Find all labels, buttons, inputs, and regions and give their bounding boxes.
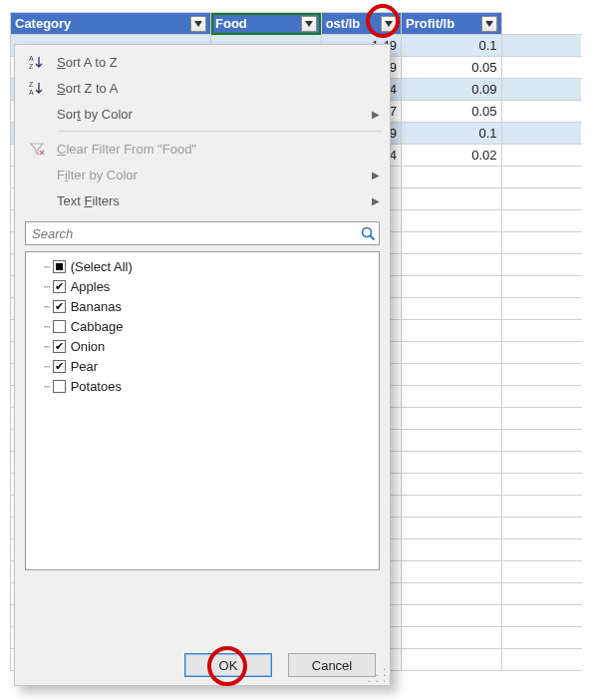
cell[interactable] [501, 452, 581, 474]
filter-dropdown-cost[interactable] [381, 16, 397, 32]
cell[interactable] [501, 254, 581, 276]
cell[interactable] [501, 57, 581, 79]
filter-item[interactable]: ⋯Bananas [30, 296, 375, 316]
col-header-food[interactable]: Food [211, 13, 322, 35]
menu-sort-by-color[interactable]: Sort by Color ▶ [15, 101, 390, 127]
cell[interactable] [501, 276, 581, 298]
cell[interactable] [501, 79, 581, 101]
cell[interactable] [402, 342, 502, 364]
menu-sort-za[interactable]: ZA Sort Z to A [15, 75, 390, 101]
cancel-button[interactable]: Cancel [288, 653, 376, 677]
cell[interactable] [501, 430, 581, 452]
cell[interactable] [501, 364, 581, 386]
checkbox[interactable] [53, 260, 66, 273]
cell[interactable] [501, 518, 581, 539]
cell[interactable] [402, 320, 502, 342]
checkbox[interactable] [53, 320, 66, 333]
filter-values-list[interactable]: ⋯(Select All)⋯Apples⋯Bananas⋯Cabbage⋯Oni… [25, 251, 380, 570]
filter-dropdown-category[interactable] [190, 16, 206, 32]
svg-marker-2 [385, 21, 393, 27]
cell[interactable] [402, 583, 502, 605]
cell[interactable] [402, 452, 502, 474]
cell[interactable] [402, 276, 502, 298]
cell[interactable] [402, 627, 502, 649]
filter-item[interactable]: ⋯Pear [30, 356, 375, 376]
cell[interactable] [501, 298, 581, 320]
cell[interactable]: 0.1 [402, 123, 502, 145]
caret-down-icon [485, 21, 493, 27]
cell[interactable] [402, 254, 502, 276]
cell[interactable] [501, 210, 581, 232]
cell[interactable] [501, 386, 581, 408]
col-header-category[interactable]: Category [11, 13, 211, 35]
cell[interactable] [501, 342, 581, 364]
svg-line-9 [370, 235, 374, 239]
menu-text-filters[interactable]: Text Filters ▶ [15, 187, 390, 213]
cell[interactable]: 0.09 [402, 79, 502, 101]
cell[interactable] [501, 188, 581, 210]
cell[interactable] [501, 496, 581, 518]
filter-dropdown-profit[interactable] [481, 16, 497, 32]
checkbox[interactable] [53, 300, 66, 313]
filter-item[interactable]: ⋯(Select All) [30, 256, 375, 276]
menu-separator [59, 131, 382, 132]
cell[interactable] [501, 605, 581, 627]
cell[interactable] [501, 145, 581, 167]
menu-sort-az[interactable]: AZ Sort A to Z [15, 49, 390, 75]
cell[interactable] [402, 386, 502, 408]
cell[interactable] [402, 232, 502, 254]
filter-item[interactable]: ⋯Onion [30, 336, 375, 356]
filter-item[interactable]: ⋯Apples [30, 276, 375, 296]
cell[interactable] [501, 539, 581, 561]
cell[interactable] [402, 430, 502, 452]
cell[interactable] [501, 408, 581, 430]
checkbox[interactable] [53, 340, 66, 353]
cell[interactable] [402, 561, 502, 583]
cell[interactable] [501, 320, 581, 342]
checkbox[interactable] [53, 380, 66, 393]
cell[interactable] [501, 561, 581, 583]
menu-filter-by-color: Filter by Color ▶ [15, 162, 390, 187]
cell[interactable]: 0.1 [402, 35, 502, 57]
cell[interactable] [501, 167, 581, 188]
tree-connector-icon: ⋯ [44, 280, 51, 293]
checkbox[interactable] [53, 360, 66, 373]
cell[interactable] [501, 649, 581, 671]
cell[interactable] [501, 35, 581, 57]
filter-item[interactable]: ⋯Cabbage [30, 316, 375, 336]
cell[interactable] [501, 627, 581, 649]
ok-button[interactable]: OK [184, 653, 272, 677]
cell[interactable] [501, 232, 581, 254]
filter-dropdown-food[interactable] [301, 16, 317, 32]
cell[interactable] [501, 474, 581, 496]
cell[interactable] [501, 101, 581, 123]
cell[interactable] [402, 605, 502, 627]
col-header-profit[interactable]: Profit/lb [402, 13, 502, 35]
filter-search-box[interactable] [25, 221, 380, 245]
cell[interactable] [501, 583, 581, 605]
col-header-cost[interactable]: ost/lb [321, 13, 401, 35]
cell[interactable] [402, 649, 502, 671]
cell[interactable] [402, 539, 502, 561]
cell[interactable] [402, 496, 502, 518]
cell[interactable] [402, 474, 502, 496]
search-input[interactable] [26, 226, 357, 241]
menu-label: Sort by Color [57, 107, 133, 122]
checkbox[interactable] [53, 280, 66, 293]
menu-label: Sort A to Z [57, 55, 118, 70]
cell[interactable] [402, 298, 502, 320]
cell[interactable]: 0.02 [402, 145, 502, 167]
caret-down-icon [305, 21, 313, 27]
cell[interactable] [402, 188, 502, 210]
cell[interactable] [402, 364, 502, 386]
cell[interactable] [402, 167, 502, 188]
cell[interactable] [402, 518, 502, 539]
cell[interactable] [501, 123, 581, 145]
menu-label: Text Filters [57, 193, 120, 208]
cell[interactable] [402, 210, 502, 232]
resize-grip-icon[interactable]: .. .. . . [368, 664, 387, 682]
cell[interactable]: 0.05 [402, 57, 502, 79]
cell[interactable]: 0.05 [402, 101, 502, 123]
filter-item[interactable]: ⋯Potatoes [30, 376, 375, 396]
cell[interactable] [402, 408, 502, 430]
